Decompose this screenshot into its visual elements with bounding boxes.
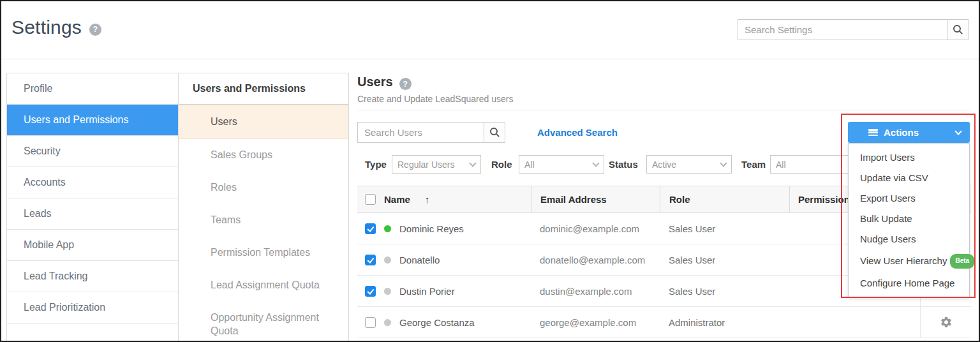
submenu-item-permission-templates[interactable]: Permission Templates	[179, 236, 348, 269]
select-all-checkbox[interactable]	[365, 194, 376, 205]
status-offline-dot	[384, 319, 391, 326]
user-role: Sales User	[660, 276, 789, 306]
sidebar-item-profile[interactable]: Profile	[7, 73, 178, 105]
type-filter-select[interactable]: Regular Users	[392, 155, 481, 174]
menu-item-export-users[interactable]: Export Users	[849, 188, 969, 209]
help-icon[interactable]	[89, 24, 101, 36]
menu-item-bulk-update[interactable]: Bulk Update	[849, 209, 969, 229]
user-name: Dustin Porier	[399, 286, 455, 297]
sidebar-item-lead-prioritization[interactable]: Lead Prioritization	[7, 292, 178, 323]
row-checkbox[interactable]	[365, 317, 376, 328]
sort-ascending-icon[interactable]: ↑	[425, 194, 430, 205]
section-subtitle: Create and Update LeadSquared users	[357, 94, 513, 104]
user-role: Sales User	[660, 213, 789, 244]
status-offline-dot	[384, 288, 391, 295]
sidebar-item-users-and-permissions[interactable]: Users and Permissions	[7, 105, 178, 136]
status-filter-value: Active	[652, 160, 721, 170]
settings-sidebar: Profile Users and Permissions Security A…	[6, 73, 179, 342]
status-filter-label: Status	[609, 159, 638, 170]
team-filter-label: Team	[741, 159, 766, 170]
sidebar-item-leads[interactable]: Leads	[7, 198, 178, 230]
menu-item-label: View User Hierarchy	[860, 255, 947, 266]
team-filter-value: All	[776, 160, 855, 170]
status-offline-dot	[384, 256, 391, 264]
row-checkbox[interactable]	[365, 223, 376, 234]
users-help-icon[interactable]	[399, 78, 412, 90]
submenu-title: Users and Permissions	[179, 73, 348, 105]
search-icon	[490, 128, 500, 137]
beta-badge: Beta	[950, 254, 974, 269]
menu-item-configure-home-page[interactable]: Configure Home Page	[849, 273, 969, 294]
search-users-input[interactable]	[357, 122, 484, 143]
role-filter-label: Role	[491, 159, 512, 170]
menu-item-import-users[interactable]: Import Users	[849, 147, 969, 168]
user-permission-template	[789, 307, 920, 338]
search-icon	[953, 25, 963, 34]
sidebar-item-mobile-app[interactable]: Mobile App	[7, 230, 178, 261]
sidebar-item-lead-tracking[interactable]: Lead Tracking	[7, 261, 178, 292]
users-permissions-submenu: Users and Permissions Users Sales Groups…	[179, 73, 349, 342]
menu-item-nudge-users[interactable]: Nudge Users	[849, 229, 969, 249]
submenu-item-opportunity-assignment-quota[interactable]: Opportunity Assignment Quota	[179, 301, 348, 342]
chevron-down-icon	[592, 160, 599, 167]
page-header: Settings	[11, 17, 101, 38]
search-settings-input[interactable]	[738, 19, 947, 40]
chevron-down-icon	[720, 160, 727, 167]
user-email: dominic@example.com	[531, 213, 660, 244]
users-section-header: Users	[357, 74, 412, 90]
row-checkbox[interactable]	[365, 286, 376, 297]
page-title: Settings	[11, 17, 82, 38]
actions-button-label: Actions	[884, 127, 919, 138]
table-row: George Costanza george@example.com Admin…	[357, 307, 971, 338]
role-filter-value: All	[524, 160, 593, 170]
user-role: Sales User	[660, 244, 789, 275]
submenu-item-sales-groups[interactable]: Sales Groups	[179, 138, 348, 171]
column-header-name[interactable]: Name	[384, 194, 410, 205]
user-email: george@example.com	[531, 307, 660, 338]
menu-item-view-user-hierarchy[interactable]: View User HierarchyBeta	[849, 249, 969, 273]
user-role: Administrator	[660, 307, 789, 338]
user-name: George Costanza	[399, 317, 475, 328]
user-name: Donatello	[399, 255, 440, 265]
column-header-email[interactable]: Email Address	[531, 186, 660, 212]
user-email: donatello@example.com	[531, 244, 660, 275]
user-email: dustin@example.com	[531, 276, 660, 306]
settings-search	[738, 19, 969, 40]
users-search	[357, 122, 505, 143]
menu-item-update-via-csv[interactable]: Update via CSV	[849, 168, 969, 188]
row-checkbox[interactable]	[365, 255, 376, 265]
sidebar-item-security[interactable]: Security	[7, 136, 178, 167]
submenu-item-teams[interactable]: Teams	[179, 204, 348, 236]
submenu-item-users[interactable]: Users	[179, 105, 348, 138]
role-filter-select[interactable]: All	[519, 155, 604, 174]
status-online-dot	[384, 225, 391, 232]
search-users-button[interactable]	[484, 122, 505, 143]
chevron-down-icon	[469, 160, 476, 167]
chevron-down-icon	[954, 128, 961, 135]
settings-page: Settings Profile Users and Permissions S…	[0, 0, 980, 342]
actions-dropdown-menu: Import Users Update via CSV Export Users…	[848, 143, 970, 298]
column-header-role[interactable]: Role	[660, 186, 789, 212]
sidebar-item-accounts[interactable]: Accounts	[7, 167, 178, 198]
submenu-item-lead-assignment-quota[interactable]: Lead Assignment Quota	[179, 269, 348, 301]
type-filter-value: Regular Users	[397, 160, 470, 170]
user-name: Dominic Reyes	[399, 223, 464, 234]
menu-icon	[868, 129, 878, 136]
type-filter-label: Type	[365, 159, 387, 170]
header-divider	[1, 59, 979, 59]
submenu-item-roles[interactable]: Roles	[179, 171, 348, 204]
advanced-search-link[interactable]: Advanced Search	[537, 127, 618, 138]
section-title: Users	[357, 75, 393, 89]
section-divider	[357, 110, 971, 110]
gear-icon[interactable]	[940, 316, 953, 329]
actions-button[interactable]: Actions	[848, 122, 970, 143]
search-settings-button[interactable]	[947, 19, 969, 40]
status-filter-select[interactable]: Active	[646, 155, 732, 174]
